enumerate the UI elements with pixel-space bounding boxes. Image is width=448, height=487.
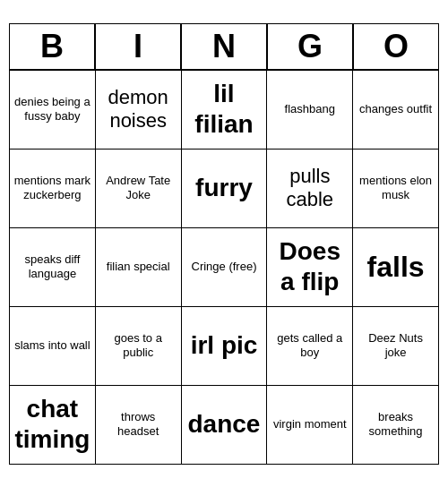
bingo-card: BINGO denies being a fussy babydemon noi… bbox=[9, 23, 439, 465]
header-letter: B bbox=[9, 23, 95, 70]
bingo-cell[interactable]: dance bbox=[182, 386, 268, 465]
bingo-cell[interactable]: Cringe (free) bbox=[182, 228, 268, 307]
bingo-cell[interactable]: denies being a fussy baby bbox=[10, 71, 96, 150]
bingo-cell[interactable]: Andrew Tate Joke bbox=[96, 150, 182, 228]
bingo-header: BINGO bbox=[9, 23, 439, 70]
bingo-cell[interactable]: mentions mark zuckerberg bbox=[10, 150, 96, 228]
bingo-cell[interactable]: slams into wall bbox=[10, 307, 96, 386]
bingo-cell[interactable]: goes to a public bbox=[96, 307, 182, 386]
header-letter: O bbox=[353, 23, 439, 70]
bingo-cell[interactable]: gets called a boy bbox=[267, 307, 353, 386]
bingo-cell[interactable]: Deez Nuts joke bbox=[353, 307, 439, 386]
bingo-cell[interactable]: lil filian bbox=[182, 71, 268, 150]
bingo-cell[interactable]: throws headset bbox=[96, 386, 182, 465]
bingo-cell[interactable]: furry bbox=[182, 150, 268, 228]
bingo-cell[interactable]: falls bbox=[353, 228, 439, 307]
bingo-cell[interactable]: breaks something bbox=[353, 386, 439, 465]
bingo-cell[interactable]: demon noises bbox=[96, 71, 182, 150]
header-letter: G bbox=[267, 23, 353, 70]
header-letter: I bbox=[95, 23, 181, 70]
bingo-cell[interactable]: flashbang bbox=[267, 71, 353, 150]
bingo-cell[interactable]: pulls cable bbox=[267, 150, 353, 228]
bingo-grid: denies being a fussy babydemon noiseslil… bbox=[9, 70, 439, 465]
bingo-cell[interactable]: changes outfit bbox=[353, 71, 439, 150]
bingo-cell[interactable]: filian special bbox=[96, 228, 182, 307]
header-letter: N bbox=[181, 23, 267, 70]
bingo-cell[interactable]: chat timing bbox=[10, 386, 96, 465]
bingo-cell[interactable]: virgin moment bbox=[267, 386, 353, 465]
bingo-cell[interactable]: irl pic bbox=[182, 307, 268, 386]
bingo-cell[interactable]: mentions elon musk bbox=[353, 150, 439, 228]
bingo-cell[interactable]: Does a flip bbox=[267, 228, 353, 307]
bingo-cell[interactable]: speaks diff language bbox=[10, 228, 96, 307]
